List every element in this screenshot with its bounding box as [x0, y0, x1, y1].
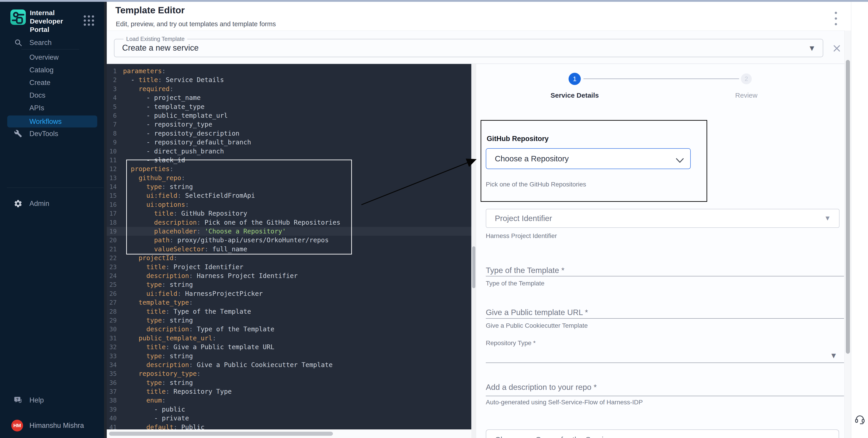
- sidebar-item-workflows[interactable]: Workflows: [7, 115, 97, 128]
- code-line-2: 2 - title: Service Details: [107, 75, 471, 84]
- public-template-url-helper: Give a Public Cookiecutter Template: [486, 322, 588, 329]
- content-left-strip: [104, 2, 107, 438]
- sidebar-item-label: DevTools: [29, 130, 58, 138]
- line-number: 13: [107, 174, 117, 182]
- page-vscroll-thumb[interactable]: [846, 60, 850, 354]
- editor-vscroll-thumb[interactable]: [472, 246, 475, 288]
- line-number: 32: [107, 343, 117, 351]
- sidebar-item-devtools[interactable]: DevTools: [0, 128, 104, 140]
- support-headset-icon[interactable]: [855, 413, 865, 425]
- code-line-29: 29 type: string: [107, 316, 471, 325]
- sidebar-item-docs[interactable]: Docs: [0, 90, 104, 101]
- stepper-step-1[interactable]: 1: [568, 73, 581, 85]
- line-number: 26: [107, 289, 117, 298]
- editor-hscroll-thumb[interactable]: [109, 432, 333, 436]
- line-number: 18: [107, 218, 117, 227]
- sidebar-item-overview[interactable]: Overview: [0, 52, 104, 63]
- code-line-17: 17 title: GitHub Repository: [107, 209, 471, 218]
- owner-placeholder: Choose an Owner for the Service: [495, 435, 612, 438]
- code-line-6: 6 - public_template_url: [107, 111, 471, 120]
- load-existing-template-select[interactable]: [114, 39, 823, 57]
- code-line-9: 9 - repository_default_branch: [107, 138, 471, 147]
- sidebar-item-help[interactable]: ? Help: [0, 394, 104, 406]
- line-number: 39: [107, 405, 117, 414]
- sidebar-item-catalog[interactable]: Catalog: [0, 64, 104, 76]
- project-identifier-select[interactable]: Project Identifier ▼: [486, 209, 839, 228]
- line-number: 3: [107, 85, 117, 93]
- sidebar-item-label: Help: [29, 396, 44, 404]
- code-line-30: 30 description: Type of the Template: [107, 325, 471, 334]
- line-number: 38: [107, 396, 117, 405]
- code-line-36: 36 type: string: [107, 378, 471, 387]
- code-line-39: 39 - public: [107, 405, 471, 414]
- page-vertical-scrollbar[interactable]: [844, 31, 851, 438]
- yaml-code-editor[interactable]: 1parameters:2 - title: Service Details3 …: [107, 64, 471, 438]
- sidebar: Internal Developer Portal SearchOverview…: [0, 2, 104, 438]
- stepper-step-2[interactable]: 2: [741, 73, 752, 84]
- load-existing-template-label: Load Existing Template: [123, 35, 187, 42]
- more-options-kebab-icon[interactable]: [834, 12, 838, 25]
- line-number: 21: [107, 245, 117, 254]
- sidebar-user[interactable]: HM Himanshu Mishra: [0, 418, 104, 433]
- code-line-14: 14 type: string: [107, 182, 471, 191]
- svg-text:?: ?: [16, 397, 19, 402]
- line-number: 7: [107, 120, 117, 129]
- repo-description-helper: Auto-generated using Self-Service-Flow o…: [486, 399, 643, 406]
- code-line-33: 33 type: string: [107, 352, 471, 361]
- editor-horizontal-scrollbar[interactable]: [107, 429, 471, 438]
- code-line-19: 19 placeholder: 'Choose a Repository': [107, 227, 471, 236]
- code-line-37: 37 title: Repository Type: [107, 387, 471, 396]
- line-number: 11: [107, 156, 117, 165]
- repo-description-input[interactable]: Add a description to your repo *: [486, 383, 597, 392]
- editor-vertical-scrollbar[interactable]: [471, 64, 476, 438]
- app-switcher-grid-icon[interactable]: [83, 14, 95, 27]
- line-number: 37: [107, 387, 117, 396]
- code-line-38: 38 enum:: [107, 396, 471, 405]
- public-template-url-underline: [486, 318, 844, 319]
- line-number: 34: [107, 361, 117, 369]
- owner-select[interactable]: Choose an Owner for the Service: [486, 429, 839, 438]
- line-number: 12: [107, 165, 117, 173]
- line-number: 27: [107, 298, 117, 307]
- code-line-7: 7 - repository_type: [107, 120, 471, 129]
- line-number: 24: [107, 271, 117, 280]
- idp-logo[interactable]: [10, 9, 26, 25]
- code-line-27: 27 template_type:: [107, 298, 471, 307]
- line-number: 23: [107, 263, 117, 271]
- load-existing-template-value: Create a new service: [122, 43, 198, 53]
- right-rail: [851, 2, 868, 438]
- repository-type-underline[interactable]: [486, 363, 844, 363]
- line-number: 25: [107, 280, 117, 289]
- line-number: 36: [107, 378, 117, 387]
- stepper-label-service-details: Service Details: [538, 92, 611, 99]
- line-number: 35: [107, 369, 117, 378]
- code-line-23: 23 title: Project Identifier: [107, 263, 471, 271]
- template-type-input[interactable]: Type of the Template *: [486, 266, 564, 275]
- code-line-24: 24 description: Harness Project Identifi…: [107, 271, 471, 280]
- sidebar-item-admin[interactable]: Admin: [0, 198, 104, 209]
- line-number: 16: [107, 200, 117, 209]
- project-identifier-placeholder: Project Identifier: [495, 214, 552, 223]
- stepper-label-review: Review: [710, 92, 782, 99]
- template-type-underline: [486, 276, 844, 276]
- sidebar-item-label: Create: [29, 79, 51, 87]
- line-number: 2: [107, 75, 117, 84]
- code-line-25: 25 type: string: [107, 280, 471, 289]
- search-icon: [14, 38, 23, 47]
- page-subtitle: Edit, preview, and try out templates and…: [116, 20, 276, 28]
- line-number: 9: [107, 138, 117, 147]
- line-number: 15: [107, 191, 117, 200]
- repository-type-arrow-icon[interactable]: ▼: [831, 352, 836, 359]
- public-template-url-input[interactable]: Give a Public template URL *: [486, 308, 588, 317]
- code-line-4: 4 - project_name: [107, 93, 471, 102]
- clear-template-icon[interactable]: [833, 44, 841, 53]
- line-number: 20: [107, 236, 117, 244]
- code-line-12: 12 properties:: [107, 165, 471, 173]
- sidebar-item-search[interactable]: Search: [0, 37, 104, 48]
- sidebar-item-create[interactable]: Create: [0, 77, 104, 89]
- code-line-5: 5 - template_type: [107, 102, 471, 111]
- template-editor-page: Internal Developer Portal SearchOverview…: [0, 0, 868, 438]
- help-chat-icon: ?: [13, 396, 23, 405]
- form-annotation-box: [480, 120, 707, 202]
- sidebar-item-apis[interactable]: APIs: [0, 102, 104, 114]
